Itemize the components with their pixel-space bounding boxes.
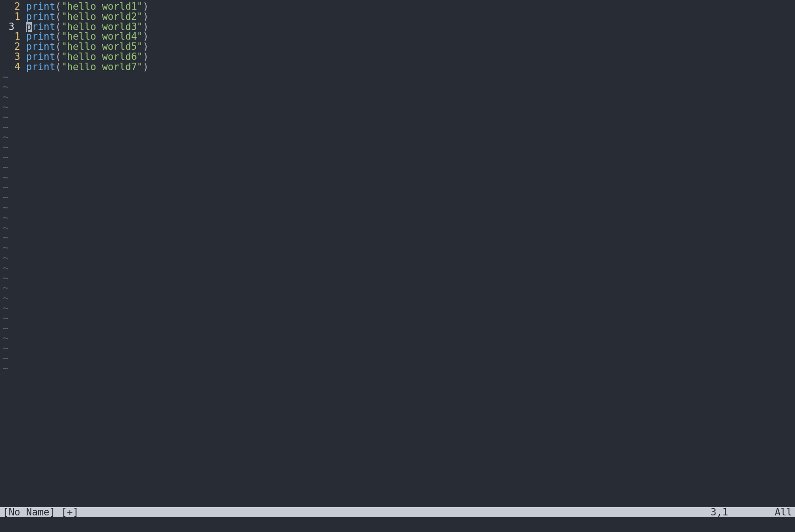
code-line[interactable]: 2 print("hello world1") xyxy=(0,2,795,12)
code-line[interactable]: 4 print("hello world7") xyxy=(0,62,795,72)
empty-line-tilde: ~ xyxy=(0,203,795,213)
code-line[interactable]: 1 print("hello world2") xyxy=(0,12,795,22)
vim-editor[interactable]: 2 print("hello world1")1 print("hello wo… xyxy=(0,0,795,532)
code-text: print("hello world6") xyxy=(26,52,149,62)
empty-line-tilde: ~ xyxy=(0,82,795,92)
status-ruler: 3,1 xyxy=(711,507,728,517)
empty-line-tilde: ~ xyxy=(0,343,795,354)
status-percent: All xyxy=(775,507,792,517)
empty-line-tilde: ~ xyxy=(0,293,795,303)
code-line[interactable]: 3 print("hello world3") xyxy=(0,22,795,32)
empty-line-tilde: ~ xyxy=(0,173,795,183)
empty-line-tilde: ~ xyxy=(0,112,795,123)
empty-line-tilde: ~ xyxy=(0,233,795,243)
line-number: 2 xyxy=(0,2,20,12)
empty-line-tilde: ~ xyxy=(0,273,795,284)
line-number: 2 xyxy=(0,42,20,52)
empty-line-tilde: ~ xyxy=(0,102,795,112)
empty-line-tilde: ~ xyxy=(0,142,795,153)
code-line[interactable]: 1 print("hello world4") xyxy=(0,32,795,42)
code-text: print("hello world4") xyxy=(26,32,149,42)
editor-buffer[interactable]: 2 print("hello world1")1 print("hello wo… xyxy=(0,0,795,507)
line-number: 1 xyxy=(0,12,20,22)
empty-line-tilde: ~ xyxy=(0,72,795,83)
code-text: print("hello world3") xyxy=(26,22,149,32)
empty-line-tilde: ~ xyxy=(0,223,795,233)
line-number: 3 xyxy=(0,22,20,32)
code-text: print("hello world7") xyxy=(26,62,149,72)
line-number: 1 xyxy=(0,32,20,42)
empty-line-tilde: ~ xyxy=(0,163,795,173)
code-text: print("hello world1") xyxy=(26,2,149,12)
empty-line-tilde: ~ xyxy=(0,253,795,263)
empty-line-tilde: ~ xyxy=(0,213,795,223)
empty-line-tilde: ~ xyxy=(0,153,795,163)
empty-line-tilde: ~ xyxy=(0,303,795,313)
code-line[interactable]: 3 print("hello world6") xyxy=(0,52,795,62)
line-number: 4 xyxy=(0,62,20,72)
empty-line-tilde: ~ xyxy=(0,193,795,203)
empty-line-tilde: ~ xyxy=(0,283,795,293)
code-text: print("hello world5") xyxy=(26,42,149,52)
status-filename: [No Name] [+] xyxy=(3,507,78,517)
empty-line-tilde: ~ xyxy=(0,364,795,374)
empty-line-tilde: ~ xyxy=(0,92,795,102)
empty-line-tilde: ~ xyxy=(0,123,795,133)
code-text: print("hello world2") xyxy=(26,12,149,22)
empty-line-tilde: ~ xyxy=(0,263,795,273)
line-number: 3 xyxy=(0,52,20,62)
empty-line-tilde: ~ xyxy=(0,183,795,193)
empty-line-tilde: ~ xyxy=(0,354,795,364)
empty-line-tilde: ~ xyxy=(0,324,795,334)
empty-line-tilde: ~ xyxy=(0,243,795,253)
code-line[interactable]: 2 print("hello world5") xyxy=(0,42,795,52)
empty-line-tilde: ~ xyxy=(0,313,795,324)
command-line[interactable] xyxy=(0,517,795,532)
empty-line-tilde: ~ xyxy=(0,333,795,343)
status-bar: [No Name] [+] 3,1 All xyxy=(0,507,795,517)
cursor: p xyxy=(26,22,32,32)
empty-line-tilde: ~ xyxy=(0,132,795,142)
status-spacer xyxy=(78,507,711,517)
